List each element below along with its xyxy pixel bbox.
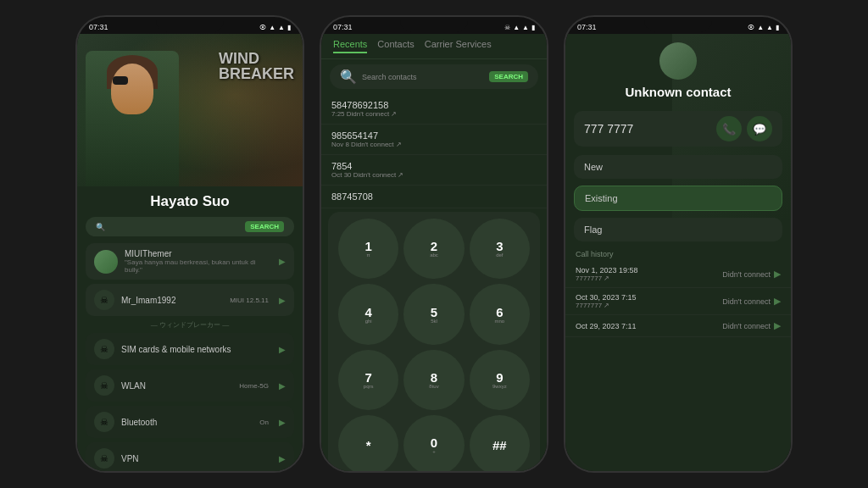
menu-text-sim: SIM cards & mobile networks [121, 345, 269, 354]
message-action-icon: 💬 [753, 123, 766, 136]
menu-right-bluetooth: On [259, 419, 269, 426]
tab-recents[interactable]: Recents [333, 39, 367, 53]
menu-text-bluetooth: Bluetooth [121, 418, 253, 427]
battery-icon: ▮ [287, 24, 291, 31]
arrow-icon: ▶ [279, 257, 286, 266]
phone-notch-3 [644, 17, 712, 32]
wifi-icon-3: ▲ [766, 24, 773, 31]
status-icons-2: ☠ ▲ ▲ ▮ [504, 24, 535, 31]
dial-key-9[interactable]: 9 9wxyz [470, 350, 530, 410]
dial-key-8[interactable]: 8 8tuv [403, 350, 464, 410]
menu-text-wlan: WLAN [121, 381, 232, 391]
phone1-body: Hayato Suo 🔍 SEARCH MIUIThemer "Saya han… [77, 186, 303, 471]
call-log-number-0: 7777777 ↗ [576, 274, 638, 282]
call-item-0[interactable]: 58478692158 7:25 Didn't connect ↗ [321, 94, 547, 125]
avatar-miuithemer [94, 250, 118, 274]
menu-item-wlan[interactable]: ☠ WLAN Home-5G ▶ [86, 369, 294, 402]
status-time-3: 07:31 [577, 23, 597, 31]
action-flag-label: Flag [584, 225, 602, 235]
icon-imam: ☠ [94, 290, 114, 310]
hero-banner: WINDBREAKER [77, 34, 303, 186]
search-badge: SEARCH [245, 221, 284, 232]
contact-header: Unknown contact [565, 34, 791, 106]
call-log-status-0: Didn't connect [722, 270, 771, 279]
menu-title-wlan: WLAN [121, 381, 232, 391]
menu-item-bluetooth[interactable]: ☠ Bluetooth On ▶ [86, 406, 294, 438]
battery-icon-2: ▮ [531, 24, 535, 31]
contact-avatar [659, 42, 697, 80]
action-new-label: New [584, 162, 603, 172]
action-row-existing[interactable]: Existing [574, 186, 782, 211]
dial-key-star[interactable]: * [338, 415, 398, 471]
status-time-2: 07:31 [333, 23, 353, 31]
tab-carrier[interactable]: Carrier Services [425, 39, 492, 53]
dial-key-4[interactable]: 4 ghi [338, 284, 398, 344]
menu-item-miuithemer[interactable]: MIUIThemer "Saya hanya mau berkreasi, bu… [86, 243, 294, 280]
phone2-content: Recents Contacts Carrier Services 🔍 Sear… [321, 34, 547, 471]
menu-title-sim: SIM cards & mobile networks [121, 345, 269, 354]
call-item-3[interactable]: 88745708 [321, 186, 547, 208]
dial-key-2[interactable]: 2 abc [403, 219, 464, 279]
bluetooth-icon-3: ⦿ [748, 24, 754, 31]
profile-name: Hayato Suo [86, 193, 294, 210]
arrow-wlan: ▶ [279, 381, 286, 391]
arrow-bluetooth: ▶ [279, 418, 286, 427]
dial-key-hash[interactable]: ## [470, 415, 530, 471]
call-log-info-2: Oct 29, 2023 7:11 [576, 322, 637, 330]
action-row-new[interactable]: New [574, 155, 782, 179]
dialpad: 1 π 2 abc 3 def 4 ghi 5 5kl 6 mno [328, 212, 540, 471]
message-action-button[interactable]: 💬 [747, 116, 772, 141]
search-left: 🔍 Search contacts [340, 69, 417, 85]
call-log-info-0: Nov 1, 2023 19:58 7777777 ↗ [576, 266, 638, 282]
call-number-0: 58478692158 [331, 100, 537, 110]
tab-contacts[interactable]: Contacts [377, 39, 414, 53]
phone-notch-2 [400, 17, 468, 32]
contact-name: Unknown contact [625, 85, 731, 99]
call-item-2[interactable]: 7854 Oct 30 Didn't connect ↗ [321, 155, 547, 186]
call-log-0[interactable]: Nov 1, 2023 19:58 7777777 ↗ Didn't conne… [565, 261, 791, 288]
call-log-right-0: Didn't connect ▶ [722, 269, 781, 280]
anime-face [111, 64, 153, 114]
anime-eyepatch [113, 76, 128, 85]
call-log-date-1: Oct 30, 2023 7:15 [576, 293, 637, 302]
action-row-flag[interactable]: Flag [574, 218, 782, 241]
skull-status-icon: ☠ [504, 24, 510, 31]
phone-3: 07:31 ⦿ ▲ ▲ ▮ Unknown contact 777 7777 📞… [564, 15, 793, 473]
call-action-icon: 📞 [722, 123, 736, 136]
call-item-1[interactable]: 985654147 Nov 8 Didn't connect ↗ [321, 125, 547, 155]
status-icons-1: ⦿ ▲ ▲ ▮ [259, 24, 291, 31]
call-log-right-1: Didn't connect ▶ [722, 296, 781, 307]
call-log-1[interactable]: Oct 30, 2023 7:15 7777777 ↗ Didn't conne… [565, 288, 791, 315]
icon-vpn: ☠ [94, 448, 114, 469]
signal-icon-3: ▲ [757, 24, 764, 31]
dial-key-3[interactable]: 3 def [470, 219, 530, 279]
dial-key-5[interactable]: 5 5kl [403, 284, 464, 344]
phone-1: 07:31 ⦿ ▲ ▲ ▮ WINDBREAKER Hayato Suo 🔍 S… [75, 15, 304, 473]
arrow-vpn: ▶ [279, 454, 286, 463]
menu-title-miuithemer: MIUIThemer [125, 249, 269, 258]
menu-text-miuithemer: MIUIThemer "Saya hanya mau berkreasi, bu… [125, 249, 269, 274]
dial-key-6[interactable]: 6 mno [470, 284, 530, 344]
call-info-1: Nov 8 Didn't connect ↗ [331, 141, 537, 148]
dialer-tabs: Recents Contacts Carrier Services [321, 34, 547, 59]
menu-subtitle-miuithemer: "Saya hanya mau berkreasi, bukan untuk d… [125, 258, 269, 274]
menu-item-vpn[interactable]: ☠ VPN ▶ [86, 442, 294, 471]
battery-icon-3: ▮ [776, 24, 779, 31]
dial-key-0[interactable]: 0 + [403, 415, 464, 471]
signal-icon-2: ▲ [513, 24, 520, 31]
call-log-date-2: Oct 29, 2023 7:11 [576, 322, 637, 330]
contact-actions: 📞 💬 [716, 116, 772, 141]
menu-right-wlan: Home-5G [239, 382, 269, 390]
call-log-date-0: Nov 1, 2023 19:58 [576, 266, 638, 274]
call-log-right-2: Didn't connect ▶ [722, 320, 781, 331]
search-bar[interactable]: 🔍 SEARCH [86, 217, 294, 236]
contact-number: 777 7777 [584, 122, 633, 136]
call-action-button[interactable]: 📞 [716, 116, 742, 141]
divider-label: — ウィンドブレーカー — [86, 320, 294, 330]
dial-key-7[interactable]: 7 pqrs [338, 350, 398, 410]
call-log-2[interactable]: Oct 29, 2023 7:11 Didn't connect ▶ [565, 315, 791, 337]
menu-item-imam[interactable]: ☠ Mr_Imam1992 MIUI 12.5.11 ▶ [86, 284, 294, 316]
dial-key-1[interactable]: 1 π [338, 219, 398, 279]
menu-item-sim[interactable]: ☠ SIM cards & mobile networks ▶ [86, 333, 294, 365]
dialer-search[interactable]: 🔍 Search contacts SEARCH [330, 64, 538, 89]
